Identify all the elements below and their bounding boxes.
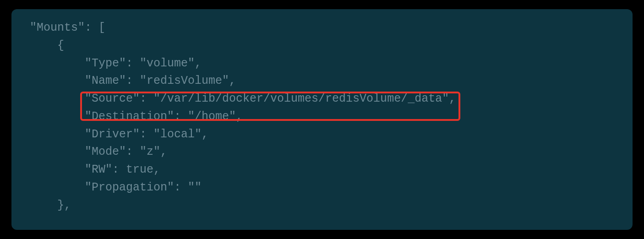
code-line: "Source": "/var/lib/docker/volumes/redis… bbox=[30, 90, 614, 108]
code-line: "Mode": "z", bbox=[30, 143, 614, 161]
code-line: { bbox=[30, 37, 614, 55]
code-line: "Propagation": "" bbox=[30, 179, 614, 197]
code-line: "Driver": "local", bbox=[30, 126, 614, 144]
code-line: "Type": "volume", bbox=[30, 55, 614, 73]
code-line: "RW": true, bbox=[30, 161, 614, 179]
code-block: "Mounts": [ { "Type": "volume", "Name": … bbox=[11, 9, 633, 230]
code-line: "Destination": "/home", bbox=[30, 108, 614, 126]
code-line: "Name": "redisVolume", bbox=[30, 72, 614, 90]
code-line: }, bbox=[30, 197, 614, 215]
code-line: "Mounts": [ bbox=[30, 19, 614, 37]
